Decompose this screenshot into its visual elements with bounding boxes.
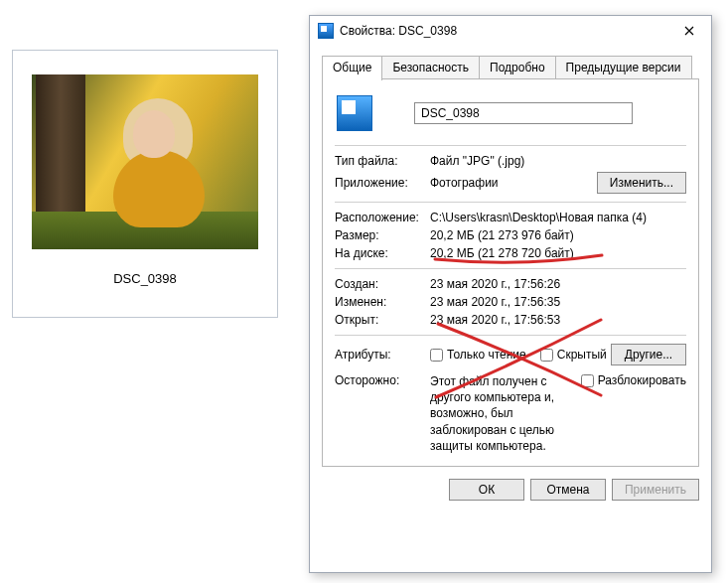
readonly-checkbox-input[interactable]	[430, 349, 443, 362]
apply-button[interactable]: Применить	[612, 479, 699, 501]
label-application: Приложение:	[335, 176, 430, 190]
readonly-checkbox[interactable]: Только чтение	[430, 348, 526, 362]
thumbnail-image	[32, 74, 258, 249]
unblock-checkbox[interactable]: Разблокировать	[581, 373, 686, 387]
value-modified: 23 мая 2020 г., 17:56:35	[430, 295, 686, 309]
label-location: Расположение:	[335, 211, 430, 224]
hidden-checkbox[interactable]: Скрытый	[540, 348, 607, 362]
window-title: Свойства: DSC_0398	[340, 24, 666, 38]
tab-previous-versions[interactable]: Предыдущие версии	[555, 56, 692, 79]
value-application: Фотографии	[430, 176, 597, 190]
tab-general[interactable]: Общие	[322, 56, 382, 80]
value-size-on-disk: 20,2 МБ (21 278 720 байт)	[430, 246, 686, 260]
other-attributes-button[interactable]: Другие...	[611, 344, 686, 365]
ok-button[interactable]: ОК	[449, 479, 524, 501]
tab-security[interactable]: Безопасность	[381, 56, 480, 79]
value-created: 23 мая 2020 г., 17:56:26	[430, 277, 686, 291]
value-size: 20,2 МБ (21 273 976 байт)	[430, 228, 686, 242]
divider	[335, 335, 686, 336]
value-location: C:\Users\krasn\Desktop\Новая папка (4)	[430, 211, 686, 224]
label-size: Размер:	[335, 228, 430, 242]
label-warning: Осторожно:	[335, 373, 430, 387]
label-size-on-disk: На диске:	[335, 246, 430, 260]
titlebar[interactable]: Свойства: DSC_0398	[310, 16, 711, 46]
unblock-checkbox-label: Разблокировать	[598, 373, 686, 387]
tab-strip: Общие Безопасность Подробно Предыдущие в…	[310, 46, 711, 79]
divider	[335, 145, 686, 146]
label-accessed: Открыт:	[335, 313, 430, 327]
change-app-button[interactable]: Изменить...	[597, 172, 686, 194]
cancel-button[interactable]: Отмена	[530, 479, 606, 501]
thumbnail-tile[interactable]: DSC_0398	[12, 50, 278, 318]
close-icon	[684, 26, 694, 36]
filename-input[interactable]	[414, 102, 633, 124]
value-warning: Этот файл получен с другого компьютера и…	[430, 373, 581, 454]
value-file-type: Файл "JPG" (.jpg)	[430, 154, 686, 168]
unblock-checkbox-input[interactable]	[581, 374, 594, 387]
tab-details[interactable]: Подробно	[479, 56, 556, 79]
label-file-type: Тип файла:	[335, 154, 430, 168]
value-accessed: 23 мая 2020 г., 17:56:53	[430, 313, 686, 327]
close-button[interactable]	[666, 16, 711, 46]
divider	[335, 202, 686, 203]
thumbnail-caption: DSC_0398	[13, 271, 277, 286]
divider	[335, 268, 686, 269]
image-file-icon	[318, 23, 334, 39]
dialog-buttons: ОК Отмена Применить	[310, 473, 711, 510]
label-attributes: Атрибуты:	[335, 348, 430, 362]
hidden-checkbox-input[interactable]	[540, 349, 553, 362]
file-type-icon	[337, 95, 372, 131]
label-created: Создан:	[335, 277, 430, 291]
general-panel: Тип файла: Файл "JPG" (.jpg) Приложение:…	[322, 79, 699, 467]
readonly-checkbox-label: Только чтение	[447, 348, 526, 362]
label-modified: Изменен:	[335, 295, 430, 309]
hidden-checkbox-label: Скрытый	[557, 348, 607, 362]
properties-dialog: Свойства: DSC_0398 Общие Безопасность По…	[309, 15, 712, 573]
